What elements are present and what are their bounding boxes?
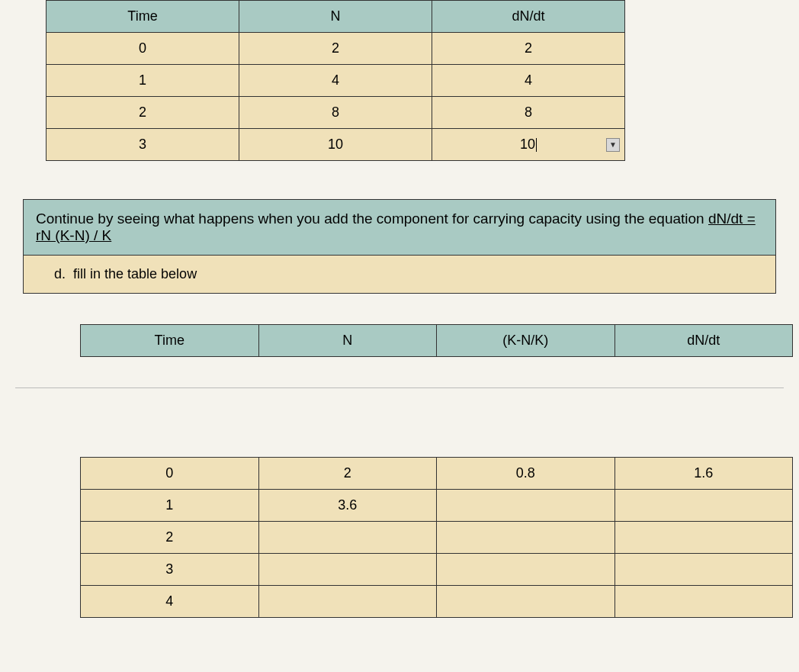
cell[interactable]: 2	[258, 458, 437, 490]
table-row: 3 10 10 ▼	[47, 129, 625, 161]
logistic-growth-table-header: Time N (K-N/K) dN/dt	[80, 324, 793, 357]
cell[interactable]: 8	[239, 97, 432, 129]
cell[interactable]: 0	[81, 458, 259, 490]
table1-header-time: Time	[47, 1, 239, 33]
table-row: 2 8 8	[47, 97, 625, 129]
table-row: 1 4 4	[47, 65, 625, 97]
cell[interactable]: 4	[432, 65, 624, 97]
cell[interactable]: 3.6	[258, 490, 437, 522]
table2-header-dndt: dN/dt	[614, 325, 793, 357]
cell[interactable]	[614, 522, 793, 554]
table2-header-time: Time	[81, 325, 259, 357]
chevron-down-icon[interactable]: ▼	[606, 138, 620, 152]
cell[interactable]: 4	[81, 586, 259, 618]
cell[interactable]: 2	[239, 33, 432, 65]
cell[interactable]: 2	[47, 97, 239, 129]
cell[interactable]: 1	[81, 490, 259, 522]
cell[interactable]	[614, 586, 793, 618]
cell[interactable]: 3	[47, 129, 239, 161]
table1-header-n: N	[239, 1, 432, 33]
table2-header-n: N	[258, 325, 437, 357]
table-row: 0 2 2	[47, 33, 625, 65]
cell[interactable]	[258, 522, 437, 554]
cell[interactable]: 3	[81, 554, 259, 586]
cell[interactable]	[437, 490, 615, 522]
table-row: 3	[81, 554, 793, 586]
exponential-growth-table: Time N dN/dt 0 2 2 1 4 4 2 8 8 3 10 10 ▼	[46, 0, 625, 161]
cell[interactable]: 1.6	[614, 458, 793, 490]
cell[interactable]	[437, 554, 615, 586]
table-row: 1 3.6	[81, 490, 793, 522]
table1-header-dndt: dN/dt	[432, 1, 624, 33]
cell[interactable]	[258, 554, 437, 586]
cell[interactable]: 10	[239, 129, 432, 161]
cell[interactable]: 1	[47, 65, 239, 97]
cell[interactable]: 0	[47, 33, 239, 65]
table-row: 0 2 0.8 1.6	[81, 458, 793, 490]
cell-active[interactable]: 10 ▼	[432, 129, 624, 161]
instruction-subtask: d. fill in the table below	[24, 256, 775, 293]
table-row: 4	[81, 586, 793, 618]
table2-header-knk: (K-N/K)	[437, 325, 615, 357]
cell[interactable]	[437, 586, 615, 618]
cell[interactable]: 0.8	[437, 458, 615, 490]
cell[interactable]: 4	[239, 65, 432, 97]
cell[interactable]: 2	[432, 33, 624, 65]
cell[interactable]	[614, 554, 793, 586]
cell[interactable]: 2	[81, 522, 259, 554]
instruction-box: Continue by seeing what happens when you…	[23, 199, 776, 294]
cell[interactable]: 8	[432, 97, 624, 129]
table-row: 2	[81, 522, 793, 554]
logistic-growth-table-body: 0 2 0.8 1.6 1 3.6 2 3 4	[80, 457, 793, 618]
cell[interactable]	[614, 490, 793, 522]
page-divider	[15, 387, 784, 388]
cell[interactable]	[437, 522, 615, 554]
instruction-text: Continue by seeing what happens when you…	[24, 200, 775, 256]
cell[interactable]	[258, 586, 437, 618]
